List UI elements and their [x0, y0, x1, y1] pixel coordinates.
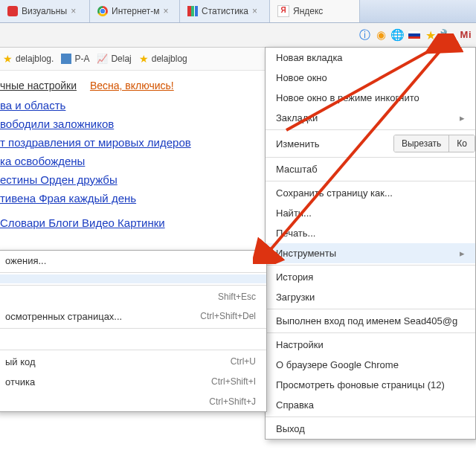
menu-exit[interactable]: Выход: [266, 419, 475, 439]
separator: [266, 265, 475, 266]
menu-new-window[interactable]: Новое окно: [266, 68, 475, 88]
tab-yandex[interactable]: Я Яндекс: [270, 0, 360, 22]
bookmark-item[interactable]: P-A: [61, 54, 89, 64]
mi-label[interactable]: Mi: [460, 28, 472, 42]
star-icon[interactable]: ★: [424, 28, 437, 42]
separator: [266, 181, 475, 181]
separator: [0, 272, 266, 273]
submenu-source[interactable]: ый кодCtrl+U: [0, 352, 266, 372]
flag-icon[interactable]: [408, 28, 421, 42]
ball-icon[interactable]: ◉: [375, 28, 388, 42]
menu-settings[interactable]: Настройки: [266, 335, 475, 355]
tab-visual[interactable]: Визуальны ×: [0, 0, 90, 22]
menu-edit-row: Изменить Вырезать Ко: [266, 132, 475, 155]
submenu-console[interactable]: Ctrl+Shift+J: [0, 392, 266, 411]
menu-downloads[interactable]: Загрузки: [266, 287, 475, 307]
star-icon: ★: [139, 53, 149, 65]
shortcut: Ctrl+Shift+J: [209, 396, 256, 407]
cut-button[interactable]: Вырезать: [394, 135, 448, 152]
yandex-icon: Я: [277, 5, 289, 17]
personal-settings-link[interactable]: чные настройки: [0, 80, 77, 91]
shortcut: Ctrl+Shift+I: [211, 376, 256, 387]
chevron-right-icon: ▸: [460, 248, 465, 259]
promo-link[interactable]: Весна, включись!: [90, 80, 174, 91]
square-icon: [61, 54, 71, 64]
menu-incognito[interactable]: Новое окно в режиме инкогнито: [266, 88, 475, 108]
tools-submenu: ожения... Shift+Esc осмотренных страница…: [0, 250, 267, 412]
bookmark-item[interactable]: 📈Delaj: [97, 54, 131, 64]
menu-new-tab[interactable]: Новая вкладка: [266, 48, 475, 68]
submenu-extensions[interactable]: ожения...: [0, 251, 266, 271]
separator: [266, 332, 475, 333]
menu-edit-label: Изменить: [276, 138, 320, 149]
menu-bookmarks[interactable]: Закладки▸: [266, 108, 475, 128]
tab-stats[interactable]: Статистика ×: [180, 0, 270, 22]
chrome-icon: [97, 6, 108, 16]
tab-strip: Визуальны × Интернет-м × Статистика × Я …: [0, 0, 476, 23]
menu-save-as[interactable]: Сохранить страницу как...: [266, 183, 475, 203]
tab-internet[interactable]: Интернет-м ×: [90, 0, 180, 22]
main-menu: Новая вкладка Новое окно Новое окно в ре…: [265, 47, 476, 440]
chart-icon: 📈: [97, 54, 108, 64]
toolbar: ⓘ ◉ 🌐 ★ 🔧 Mi: [0, 23, 476, 48]
separator: [0, 328, 266, 329]
menu-print[interactable]: Печать...: [266, 223, 475, 243]
menu-background[interactable]: Просмотреть фоновые страницы (12): [266, 375, 475, 395]
menu-about[interactable]: О браузере Google Chrome: [266, 355, 475, 375]
chevron-right-icon: ▸: [460, 112, 465, 123]
bookmark-label: P-A: [74, 54, 89, 64]
menu-find[interactable]: Найти...: [266, 203, 475, 223]
tab-label: Интернет-м: [112, 6, 160, 16]
close-icon[interactable]: ×: [71, 7, 78, 15]
close-icon[interactable]: ×: [252, 7, 260, 15]
submenu-taskmgr[interactable]: Shift+Esc: [0, 287, 266, 306]
separator: [0, 350, 266, 350]
submenu-clear[interactable]: осмотренных страницах...Ctrl+Shift+Del: [0, 306, 266, 327]
bookmark-item[interactable]: ★delajblog.: [3, 53, 54, 65]
submenu-item[interactable]: [0, 330, 266, 339]
menu-help[interactable]: Справка: [266, 395, 475, 415]
copy-button[interactable]: Ко: [448, 135, 475, 152]
submenu-hover[interactable]: [0, 274, 266, 283]
tab-label: Визуальны: [22, 6, 67, 16]
globe-icon[interactable]: 🌐: [391, 28, 405, 42]
star-icon: ★: [3, 53, 13, 65]
separator: [266, 416, 475, 417]
tab-label: Статистика: [202, 6, 248, 16]
separator: [0, 285, 266, 286]
wrench-icon[interactable]: 🔧: [440, 28, 454, 42]
menu-zoom[interactable]: Масштаб: [266, 159, 475, 179]
submenu-item[interactable]: [0, 339, 266, 348]
separator: [266, 129, 475, 130]
edit-button-group: Вырезать Ко: [393, 135, 475, 152]
shortcut: Shift+Esc: [218, 292, 256, 302]
separator: [266, 309, 475, 309]
menu-tools[interactable]: Инструменты▸: [266, 243, 475, 263]
shield-icon: [7, 6, 18, 16]
separator: [266, 157, 475, 158]
bookmark-label: Delaj: [111, 54, 131, 64]
submenu-devtools[interactable]: отчикаCtrl+Shift+I: [0, 372, 266, 392]
bookmark-label: delajblog: [152, 54, 187, 64]
bars-icon: [187, 6, 198, 16]
shortcut: Ctrl+U: [231, 356, 256, 367]
bookmark-label: delajblog.: [16, 54, 54, 64]
menu-signedin[interactable]: Выполнен вход под именем Sead405@g: [266, 311, 475, 331]
tab-label: Яндекс: [293, 6, 323, 16]
menu-history[interactable]: История: [266, 267, 475, 287]
info-icon[interactable]: ⓘ: [358, 28, 372, 42]
shortcut: Ctrl+Shift+Del: [200, 311, 256, 322]
bookmark-item[interactable]: ★delajblog: [139, 53, 187, 65]
close-icon[interactable]: ×: [164, 7, 171, 15]
